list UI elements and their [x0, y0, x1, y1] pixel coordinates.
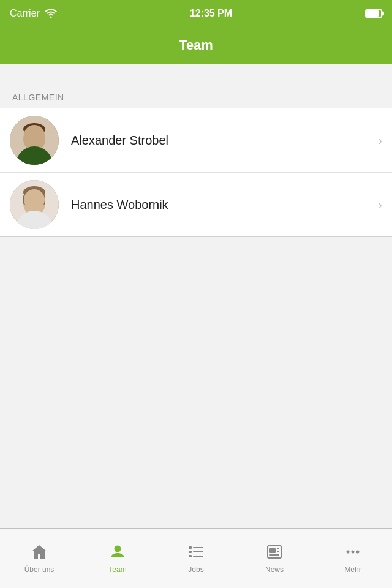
svg-rect-19: [193, 547, 203, 548]
wifi-icon: [45, 9, 57, 18]
svg-point-15: [28, 202, 31, 207]
home-icon: [31, 543, 48, 563]
tab-jobs[interactable]: Jobs: [157, 529, 235, 588]
tab-team[interactable]: Team: [78, 529, 157, 588]
list-icon: [187, 543, 205, 563]
page-title: Team: [179, 37, 213, 53]
tab-label-jobs: Jobs: [188, 565, 203, 574]
svg-point-31: [356, 550, 360, 553]
person-name: Alexander Strobel: [71, 134, 373, 148]
svg-point-12: [23, 186, 45, 198]
tab-bar: Über uns Team Jobs: [0, 528, 392, 588]
svg-point-16: [37, 202, 41, 207]
team-list: Alexander Strobel ›: [0, 108, 392, 237]
tab-label-news: News: [265, 565, 284, 574]
content-area: ALLGEMEIN: [0, 64, 392, 588]
svg-rect-21: [193, 551, 203, 552]
svg-rect-14: [42, 195, 45, 205]
svg-rect-10: [30, 211, 39, 218]
svg-rect-26: [277, 548, 279, 549]
svg-point-7: [37, 137, 40, 141]
list-item[interactable]: Hannes Wobornik ›: [0, 173, 392, 236]
svg-rect-25: [270, 548, 276, 553]
svg-rect-20: [189, 551, 192, 553]
svg-rect-18: [189, 546, 192, 549]
nav-bar: Team: [0, 27, 392, 64]
section-header: ALLGEMEIN: [0, 86, 392, 108]
svg-point-4: [23, 127, 45, 151]
time-label: 12:35 PM: [190, 8, 232, 19]
svg-point-2: [28, 149, 40, 165]
svg-point-29: [347, 550, 350, 553]
avatar-image-alexander: [10, 116, 59, 165]
svg-rect-22: [189, 555, 192, 557]
battery-icon: [365, 9, 382, 18]
person-name: Hannes Wobornik: [71, 198, 373, 212]
chevron-right-icon: ›: [378, 134, 382, 148]
status-bar: Carrier 12:35 PM: [0, 0, 392, 27]
carrier-label: Carrier: [10, 8, 40, 19]
svg-point-1: [17, 149, 51, 165]
svg-point-30: [352, 550, 355, 553]
chevron-right-icon: ›: [378, 198, 382, 212]
tab-ueber-uns[interactable]: Über uns: [0, 529, 78, 588]
news-icon: [266, 543, 283, 563]
svg-point-17: [115, 545, 121, 552]
section-header-text: ALLGEMEIN: [12, 92, 64, 102]
avatar: [10, 116, 59, 165]
svg-point-6: [28, 137, 32, 141]
avatar-image-hannes: [10, 180, 59, 229]
status-bar-left: Carrier: [10, 8, 57, 19]
tab-label-mehr: Mehr: [344, 565, 361, 574]
svg-rect-3: [30, 146, 39, 154]
svg-point-5: [23, 123, 45, 135]
svg-rect-23: [193, 556, 203, 557]
section-spacer: [0, 64, 392, 86]
svg-rect-13: [23, 195, 27, 205]
svg-rect-27: [277, 551, 279, 552]
svg-point-9: [17, 214, 51, 229]
person-icon: [109, 543, 126, 563]
tab-label-team: Team: [108, 565, 126, 574]
tab-label-ueber-uns: Über uns: [24, 565, 55, 574]
tab-news[interactable]: News: [235, 529, 314, 588]
avatar: [10, 180, 59, 229]
more-icon: [344, 543, 361, 563]
svg-rect-28: [270, 554, 279, 556]
list-item[interactable]: Alexander Strobel ›: [0, 108, 392, 173]
svg-point-11: [23, 190, 45, 216]
tab-mehr[interactable]: Mehr: [314, 529, 392, 588]
